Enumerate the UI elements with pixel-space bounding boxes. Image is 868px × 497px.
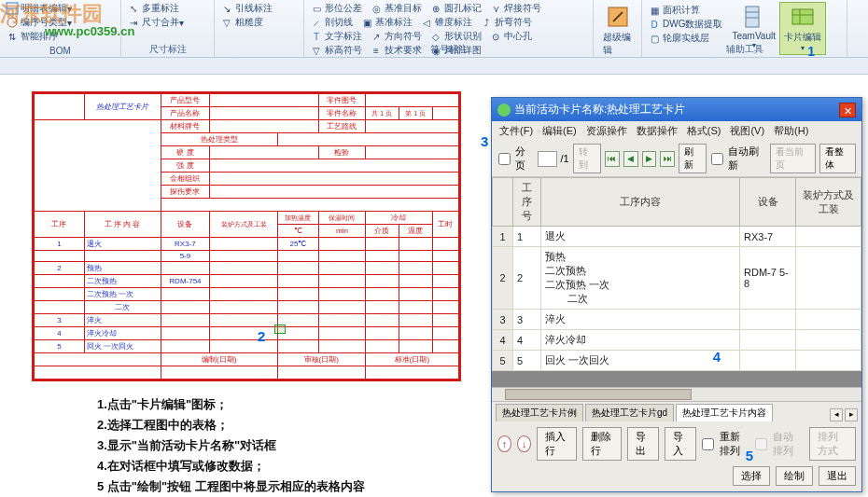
- group-dim: 尺寸标注: [121, 43, 214, 56]
- dialog-title-prefix: 当前活动卡片名称:: [514, 102, 607, 117]
- selection-marker: [274, 324, 286, 334]
- goto-button[interactable]: 转到: [573, 144, 601, 173]
- view-all-button[interactable]: 看整体: [819, 144, 857, 173]
- rib-text[interactable]: T文字标注: [310, 30, 362, 43]
- card-title: 热处理工艺卡片: [84, 94, 161, 120]
- badge-1: 1: [807, 44, 815, 59]
- grid-area: 工序号 工序内容 设备 装炉方式及工装 11退火RX3-7 22预热 二次预热 …: [492, 177, 861, 401]
- ribbon: 明细表编辑▾ 编序号类型▾ ⇅智能排序 BOM ⤡多重标注 ⇥尺寸合并▾ 尺寸标…: [0, 0, 868, 58]
- dialog-icon: [497, 104, 511, 117]
- sheet-tabs: 热处理工艺卡片例 热处理工艺卡片gd 热处理工艺卡片内容 ◂ ▸: [492, 401, 861, 421]
- rib-area[interactable]: ▦面积计算: [648, 4, 722, 17]
- table-row[interactable]: 22预热 二次预热 二次预热 一次 二次RDM-7 5-8: [493, 247, 861, 310]
- dialog-footer: ↑ ↓ 插入行 删除行 导出 导入 重新排列 自动排列 排列方式 5 选择 绘制…: [492, 421, 861, 491]
- menu-view[interactable]: 视图(V): [730, 124, 764, 138]
- move-up-button[interactable]: ↑: [497, 435, 511, 452]
- first-icon[interactable]: ⏮: [605, 151, 620, 167]
- delete-row-button[interactable]: 删除行: [582, 427, 622, 461]
- dialog-menubar: 文件(F) 编辑(E) 资源操作 数据操作 格式(S) 视图(V) 帮助(H): [492, 121, 861, 141]
- paged-label: 分页: [515, 145, 534, 173]
- col-content[interactable]: 工序内容: [541, 178, 740, 227]
- rib-dwg-extract[interactable]: DDWG数据提取: [648, 18, 722, 31]
- badge-2: 2: [258, 328, 265, 344]
- svg-point-2: [7, 18, 17, 27]
- col-seq[interactable]: 工序号: [513, 178, 541, 227]
- rib-datum-tgt[interactable]: ◎基准目标: [370, 2, 422, 15]
- select-button[interactable]: 选择: [733, 466, 770, 486]
- horizontal-scrollbar[interactable]: [492, 387, 861, 401]
- rib-section[interactable]: ⟋剖切线: [310, 16, 353, 29]
- dialog-title-name: 热处理工艺卡片: [607, 102, 685, 117]
- menu-data[interactable]: 数据操作: [637, 124, 678, 138]
- dialog-titlebar[interactable]: 当前活动卡片名称: 热处理工艺卡片 ✕: [492, 98, 861, 121]
- export-button[interactable]: 导出: [627, 427, 659, 461]
- tab-gd[interactable]: 热处理工艺卡片gd: [585, 404, 674, 421]
- rib-shape[interactable]: ◇形状识别: [429, 30, 482, 43]
- badge-4: 4: [713, 349, 721, 365]
- rib-weld[interactable]: ⋎焊接符号: [489, 2, 541, 15]
- sub-bar: [0, 58, 868, 75]
- data-grid[interactable]: 工序号 工序内容 设备 装炉方式及工装 11退火RX3-7 22预热 二次预热 …: [492, 177, 861, 371]
- auto-refresh-checkbox[interactable]: [711, 153, 723, 165]
- rib-smart-sort[interactable]: ⇅智能排序: [6, 30, 58, 43]
- last-icon[interactable]: ⏭: [660, 151, 675, 167]
- menu-resource[interactable]: 资源操作: [586, 124, 627, 138]
- rib-rough[interactable]: ▽粗糙度: [220, 16, 263, 29]
- paged-checkbox[interactable]: [498, 153, 511, 165]
- autosort-checkbox: [755, 438, 767, 450]
- sort-mode-button[interactable]: 排列方式: [809, 427, 856, 461]
- page-total: /1: [561, 153, 569, 164]
- col-fixture[interactable]: 装炉方式及工装: [796, 178, 861, 227]
- rib-leader[interactable]: ↘引线标注: [220, 2, 273, 15]
- table-row[interactable]: 33淬火: [493, 310, 861, 330]
- next-icon[interactable]: ▶: [642, 151, 657, 167]
- scroll-thumb[interactable]: [505, 389, 692, 400]
- page-input[interactable]: [538, 151, 556, 167]
- rib-super-edit[interactable]: 超级编辑: [599, 2, 636, 59]
- menu-edit[interactable]: 编辑(E): [542, 124, 577, 138]
- rib-center[interactable]: ⊙中心孔: [489, 30, 532, 43]
- rib-bend[interactable]: ⤴折弯符号: [480, 16, 532, 29]
- table-row[interactable]: 55回火 一次回火4: [493, 351, 861, 371]
- process-card-sheet[interactable]: 热处理工艺卡片 产品型号 零件图号 产品名称 零件名称 共 1 页 第 1 页 …: [32, 91, 461, 381]
- svg-rect-7: [792, 9, 813, 24]
- rib-dim-merge[interactable]: ⇥尺寸合并▾: [127, 16, 184, 29]
- group-bom: BOM: [0, 46, 120, 56]
- draw-button[interactable]: 绘制: [776, 466, 813, 486]
- col-device[interactable]: 设备: [740, 178, 796, 227]
- badge-3: 3: [481, 133, 488, 149]
- menu-format[interactable]: 格式(S): [687, 124, 721, 138]
- menu-file[interactable]: 文件(F): [499, 124, 533, 138]
- table-row[interactable]: 44淬火冷却: [493, 330, 861, 351]
- table-row[interactable]: 11退火RX3-7: [493, 227, 861, 247]
- card-edit-dialog: 当前活动卡片名称: 热处理工艺卡片 ✕ 文件(F) 编辑(E) 资源操作 数据操…: [491, 97, 862, 492]
- tab-content[interactable]: 热处理工艺卡片内容: [676, 404, 773, 421]
- autosort-label: 自动排列: [773, 430, 803, 458]
- group-symbol: 符号标注: [304, 43, 593, 56]
- rib-geo-tol[interactable]: ▭形位公差: [310, 2, 362, 15]
- view-current-button[interactable]: 看当前页: [770, 144, 816, 173]
- resort-checkbox[interactable]: [702, 438, 714, 450]
- prev-icon[interactable]: ◀: [623, 151, 638, 167]
- refresh-button[interactable]: 刷新: [679, 144, 707, 173]
- tab-next-icon[interactable]: ▸: [845, 408, 858, 421]
- group-aux: 辅助工具: [642, 43, 847, 56]
- rib-detail-table[interactable]: 明细表编辑▾: [6, 2, 72, 15]
- tab-example[interactable]: 热处理工艺卡片例: [496, 404, 583, 421]
- insert-row-button[interactable]: 插入行: [537, 427, 576, 461]
- rib-dir[interactable]: ↗方向符号: [370, 30, 422, 43]
- rib-multi-dim[interactable]: ⤡多重标注: [127, 2, 179, 15]
- tab-prev-icon[interactable]: ◂: [830, 408, 843, 421]
- badge-5: 5: [746, 448, 753, 463]
- rib-datum[interactable]: ▣基准标注: [360, 16, 413, 29]
- rib-seq-type[interactable]: 编序号类型▾: [6, 16, 72, 29]
- close-icon[interactable]: ✕: [839, 103, 856, 117]
- import-button[interactable]: 导入: [665, 427, 696, 461]
- menu-help[interactable]: 帮助(H): [774, 124, 808, 138]
- move-down-button[interactable]: ↓: [517, 435, 531, 452]
- rib-taper[interactable]: ◁锥度标注: [420, 16, 472, 29]
- rib-hole-mark[interactable]: ⊕圆孔标记: [429, 2, 482, 15]
- auto-refresh-label: 自动刷新: [728, 145, 765, 173]
- exit-button[interactable]: 退出: [819, 466, 856, 486]
- dialog-toolbar: 3 分页 /1 转到 ⏮ ◀ ▶ ⏭ 刷新 自动刷新 看当前页 看整体: [492, 141, 861, 177]
